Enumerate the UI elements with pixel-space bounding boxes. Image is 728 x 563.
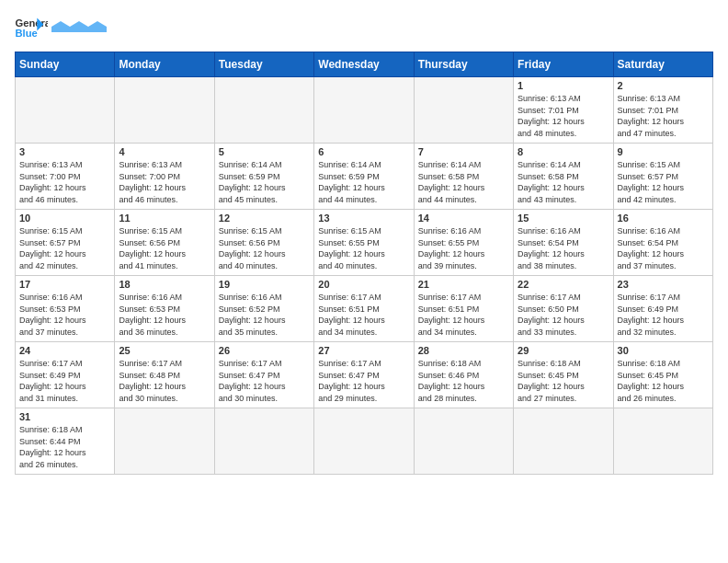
day-info: Sunrise: 6:16 AM Sunset: 6:54 PM Dayligh… <box>518 225 609 271</box>
page-header: General Blue <box>15 15 713 40</box>
calendar-cell: 20Sunrise: 6:17 AM Sunset: 6:51 PM Dayli… <box>314 276 414 342</box>
day-number: 30 <box>618 345 709 356</box>
day-number: 21 <box>418 279 509 290</box>
logo-icon: General Blue <box>15 15 48 40</box>
day-info: Sunrise: 6:14 AM Sunset: 6:58 PM Dayligh… <box>518 159 609 205</box>
calendar-cell: 5Sunrise: 6:14 AM Sunset: 6:59 PM Daylig… <box>214 144 313 210</box>
calendar-cell: 1Sunrise: 6:13 AM Sunset: 7:01 PM Daylig… <box>514 77 613 144</box>
header-tuesday: Tuesday <box>214 52 313 77</box>
day-number: 19 <box>219 279 310 290</box>
header-saturday: Saturday <box>613 52 712 77</box>
day-info: Sunrise: 6:16 AM Sunset: 6:52 PM Dayligh… <box>219 292 310 338</box>
day-number: 31 <box>19 411 110 422</box>
day-info: Sunrise: 6:16 AM Sunset: 6:53 PM Dayligh… <box>19 292 110 338</box>
day-number: 7 <box>418 146 509 157</box>
day-info: Sunrise: 6:15 AM Sunset: 6:57 PM Dayligh… <box>19 225 110 271</box>
calendar-cell: 3Sunrise: 6:13 AM Sunset: 7:00 PM Daylig… <box>16 144 115 210</box>
svg-text:Blue: Blue <box>16 28 38 39</box>
day-number: 13 <box>318 213 409 224</box>
day-number: 8 <box>518 146 609 157</box>
calendar-cell: 23Sunrise: 6:17 AM Sunset: 6:49 PM Dayli… <box>613 276 712 342</box>
logo: General Blue <box>15 15 107 40</box>
day-info: Sunrise: 6:17 AM Sunset: 6:48 PM Dayligh… <box>119 358 210 404</box>
day-number: 17 <box>19 279 110 290</box>
day-number: 5 <box>219 146 310 157</box>
calendar-cell: 25Sunrise: 6:17 AM Sunset: 6:48 PM Dayli… <box>115 342 214 408</box>
day-info: Sunrise: 6:17 AM Sunset: 6:47 PM Dayligh… <box>219 358 310 404</box>
day-number: 20 <box>318 279 409 290</box>
svg-text:General: General <box>16 17 49 29</box>
calendar-cell: 10Sunrise: 6:15 AM Sunset: 6:57 PM Dayli… <box>16 210 115 276</box>
calendar-cell: 15Sunrise: 6:16 AM Sunset: 6:54 PM Dayli… <box>514 210 613 276</box>
calendar-cell <box>115 408 214 475</box>
day-number: 6 <box>318 146 409 157</box>
day-number: 24 <box>19 345 110 356</box>
day-number: 16 <box>618 213 709 224</box>
calendar-cell <box>414 408 513 475</box>
day-number: 2 <box>618 80 709 91</box>
day-number: 26 <box>219 345 310 356</box>
calendar-cell: 26Sunrise: 6:17 AM Sunset: 6:47 PM Dayli… <box>214 342 313 408</box>
day-info: Sunrise: 6:17 AM Sunset: 6:49 PM Dayligh… <box>19 358 110 404</box>
calendar-cell: 24Sunrise: 6:17 AM Sunset: 6:49 PM Dayli… <box>16 342 115 408</box>
day-number: 18 <box>119 279 210 290</box>
day-info: Sunrise: 6:15 AM Sunset: 6:56 PM Dayligh… <box>119 225 210 271</box>
calendar-table: SundayMondayTuesdayWednesdayThursdayFrid… <box>15 52 713 475</box>
day-info: Sunrise: 6:14 AM Sunset: 6:59 PM Dayligh… <box>219 159 310 205</box>
day-info: Sunrise: 6:16 AM Sunset: 6:55 PM Dayligh… <box>418 225 509 271</box>
calendar-cell: 16Sunrise: 6:16 AM Sunset: 6:54 PM Dayli… <box>613 210 712 276</box>
day-info: Sunrise: 6:18 AM Sunset: 6:44 PM Dayligh… <box>19 424 110 470</box>
calendar-cell <box>16 77 115 144</box>
calendar-cell: 31Sunrise: 6:18 AM Sunset: 6:44 PM Dayli… <box>16 408 115 475</box>
day-info: Sunrise: 6:17 AM Sunset: 6:51 PM Dayligh… <box>418 292 509 338</box>
calendar-cell <box>613 408 712 475</box>
day-info: Sunrise: 6:16 AM Sunset: 6:53 PM Dayligh… <box>119 292 210 338</box>
day-number: 12 <box>219 213 310 224</box>
header-monday: Monday <box>115 52 214 77</box>
calendar-cell <box>314 77 414 144</box>
header-thursday: Thursday <box>414 52 513 77</box>
logo-wave <box>51 21 107 32</box>
day-info: Sunrise: 6:18 AM Sunset: 6:45 PM Dayligh… <box>518 358 609 404</box>
calendar-cell: 28Sunrise: 6:18 AM Sunset: 6:46 PM Dayli… <box>414 342 513 408</box>
header-friday: Friday <box>514 52 613 77</box>
day-info: Sunrise: 6:13 AM Sunset: 7:00 PM Dayligh… <box>19 159 110 205</box>
calendar-cell: 14Sunrise: 6:16 AM Sunset: 6:55 PM Dayli… <box>414 210 513 276</box>
day-info: Sunrise: 6:15 AM Sunset: 6:57 PM Dayligh… <box>618 159 709 205</box>
calendar-cell: 29Sunrise: 6:18 AM Sunset: 6:45 PM Dayli… <box>514 342 613 408</box>
calendar-cell: 8Sunrise: 6:14 AM Sunset: 6:58 PM Daylig… <box>514 144 613 210</box>
day-info: Sunrise: 6:13 AM Sunset: 7:01 PM Dayligh… <box>618 93 709 139</box>
day-info: Sunrise: 6:17 AM Sunset: 6:50 PM Dayligh… <box>518 292 609 338</box>
day-number: 22 <box>518 279 609 290</box>
calendar-cell: 12Sunrise: 6:15 AM Sunset: 6:56 PM Dayli… <box>214 210 313 276</box>
day-number: 23 <box>618 279 709 290</box>
day-info: Sunrise: 6:13 AM Sunset: 7:00 PM Dayligh… <box>119 159 210 205</box>
calendar-cell <box>214 408 313 475</box>
calendar-cell: 9Sunrise: 6:15 AM Sunset: 6:57 PM Daylig… <box>613 144 712 210</box>
day-number: 11 <box>119 213 210 224</box>
day-number: 27 <box>318 345 409 356</box>
day-info: Sunrise: 6:13 AM Sunset: 7:01 PM Dayligh… <box>518 93 609 139</box>
day-info: Sunrise: 6:18 AM Sunset: 6:45 PM Dayligh… <box>618 358 709 404</box>
calendar-cell <box>414 77 513 144</box>
calendar-cell <box>314 408 414 475</box>
calendar-cell: 22Sunrise: 6:17 AM Sunset: 6:50 PM Dayli… <box>514 276 613 342</box>
calendar-cell: 7Sunrise: 6:14 AM Sunset: 6:58 PM Daylig… <box>414 144 513 210</box>
day-info: Sunrise: 6:17 AM Sunset: 6:51 PM Dayligh… <box>318 292 409 338</box>
day-number: 29 <box>518 345 609 356</box>
calendar-cell: 11Sunrise: 6:15 AM Sunset: 6:56 PM Dayli… <box>115 210 214 276</box>
day-info: Sunrise: 6:17 AM Sunset: 6:49 PM Dayligh… <box>618 292 709 338</box>
calendar-cell: 2Sunrise: 6:13 AM Sunset: 7:01 PM Daylig… <box>613 77 712 144</box>
calendar-cell: 19Sunrise: 6:16 AM Sunset: 6:52 PM Dayli… <box>214 276 313 342</box>
day-number: 9 <box>618 146 709 157</box>
calendar-cell: 30Sunrise: 6:18 AM Sunset: 6:45 PM Dayli… <box>613 342 712 408</box>
calendar-cell: 27Sunrise: 6:17 AM Sunset: 6:47 PM Dayli… <box>314 342 414 408</box>
header-wednesday: Wednesday <box>314 52 414 77</box>
calendar-cell: 17Sunrise: 6:16 AM Sunset: 6:53 PM Dayli… <box>16 276 115 342</box>
calendar-cell: 21Sunrise: 6:17 AM Sunset: 6:51 PM Dayli… <box>414 276 513 342</box>
day-info: Sunrise: 6:17 AM Sunset: 6:47 PM Dayligh… <box>318 358 409 404</box>
calendar-cell <box>514 408 613 475</box>
calendar-cell: 13Sunrise: 6:15 AM Sunset: 6:55 PM Dayli… <box>314 210 414 276</box>
calendar-cell <box>214 77 313 144</box>
day-number: 14 <box>418 213 509 224</box>
